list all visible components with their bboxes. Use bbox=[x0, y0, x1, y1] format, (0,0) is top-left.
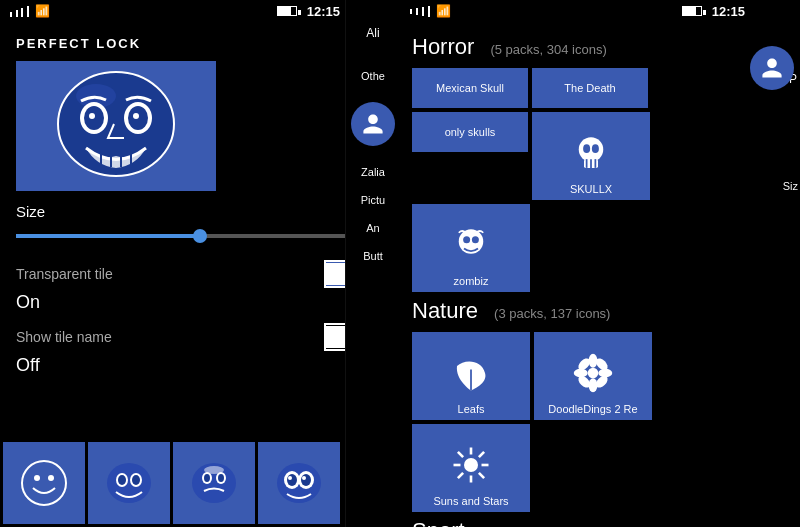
show-tile-name-row: Show tile name bbox=[16, 323, 384, 351]
bottom-tiles-left bbox=[0, 439, 400, 527]
size-slider[interactable] bbox=[16, 226, 356, 246]
transparent-tile-label: Transparent tile bbox=[16, 266, 113, 282]
doodledings-label: DoodleDings 2 Re bbox=[548, 403, 637, 415]
tile-zombiz[interactable]: zombiz bbox=[412, 204, 530, 292]
partial-zalia: Zalia bbox=[346, 166, 400, 178]
tile-the-death[interactable]: The Death bbox=[532, 68, 648, 108]
partial-ali: Ali bbox=[346, 0, 400, 40]
sun-icon bbox=[447, 441, 495, 489]
nature-grid: Leafs DoodleDings 2 R bbox=[412, 332, 750, 512]
zombiz-label: zombiz bbox=[454, 275, 489, 287]
svg-point-31 bbox=[288, 476, 292, 480]
sport-section-header: Sport (4 packs, 240 icons) bbox=[412, 518, 750, 527]
right-panel: 📶 12:15 Horror (5 packs, 304 icons) Mexi… bbox=[400, 0, 800, 527]
svg-point-40 bbox=[459, 229, 484, 254]
tile-smiley[interactable] bbox=[3, 442, 85, 524]
svg-point-41 bbox=[463, 236, 470, 243]
avatar-icon-left bbox=[361, 112, 385, 136]
status-bar-right: 📶 12:15 bbox=[400, 0, 800, 22]
svg-point-23 bbox=[204, 474, 210, 482]
status-bar-left: 📶 12:15 bbox=[0, 0, 400, 22]
svg-point-29 bbox=[287, 474, 297, 486]
partial-other: Othe bbox=[346, 70, 400, 82]
size-section: Size bbox=[16, 203, 384, 246]
avatar-button-right[interactable] bbox=[750, 46, 794, 90]
show-tile-name-section: Show tile name Off bbox=[16, 323, 384, 376]
horror-title: Horror bbox=[412, 34, 474, 59]
transparent-tile-row: Transparent tile bbox=[16, 260, 384, 288]
face3-icon bbox=[189, 458, 239, 508]
tile-meme2[interactable] bbox=[88, 442, 170, 524]
meme-face-svg bbox=[46, 66, 186, 186]
svg-point-24 bbox=[218, 474, 224, 482]
slider-thumb[interactable] bbox=[193, 229, 207, 243]
partial-pictu: Pictu bbox=[346, 194, 400, 206]
svg-point-12 bbox=[22, 461, 66, 505]
nature-title: Nature bbox=[412, 298, 478, 323]
skullx-icon bbox=[567, 129, 615, 177]
signal-wifi-left: 📶 bbox=[10, 4, 50, 18]
tile-doodledings[interactable]: DoodleDings 2 Re bbox=[534, 332, 652, 420]
svg-point-19 bbox=[132, 475, 140, 485]
tile-face3[interactable] bbox=[173, 442, 255, 524]
tile-face4[interactable] bbox=[258, 442, 340, 524]
size-label: Size bbox=[16, 203, 384, 220]
size-label-right: Siz bbox=[770, 180, 800, 192]
svg-line-59 bbox=[479, 452, 484, 457]
nature-section-header: Nature (3 packs, 137 icons) bbox=[412, 298, 750, 324]
horror-subtitle: (5 packs, 304 icons) bbox=[487, 42, 607, 57]
svg-point-6 bbox=[89, 113, 95, 119]
right-status-left: 12:15 bbox=[277, 4, 340, 19]
right-content: Horror (5 packs, 304 icons) Mexican Skul… bbox=[400, 22, 800, 527]
slider-fill bbox=[16, 234, 203, 238]
partial-an: An bbox=[346, 222, 400, 234]
svg-point-30 bbox=[301, 474, 311, 486]
preview-box bbox=[16, 61, 216, 191]
partial-right-overlay: Ali Othe Zalia Pictu An Butt bbox=[345, 0, 400, 527]
tile-only-skulls[interactable]: only skulls bbox=[412, 112, 528, 152]
app-title: PERFECT LOCK bbox=[16, 36, 384, 51]
suns-stars-label: Suns and Stars bbox=[433, 495, 508, 507]
show-tile-name-value: Off bbox=[16, 355, 384, 376]
skullx-label: SKULLX bbox=[570, 183, 612, 195]
svg-point-7 bbox=[133, 113, 139, 119]
svg-point-43 bbox=[588, 368, 599, 379]
right-status-right: 12:15 bbox=[682, 4, 745, 19]
wifi-icon-right: 📶 bbox=[436, 4, 451, 18]
tile-only-skulls-label: only skulls bbox=[445, 126, 496, 138]
horror-section-header: Horror (5 packs, 304 icons) bbox=[412, 34, 750, 60]
avatar-icon-right bbox=[760, 56, 784, 80]
svg-point-32 bbox=[302, 476, 306, 480]
left-content: PERFECT LOCK bbox=[0, 22, 400, 396]
partial-butt: Butt bbox=[346, 250, 400, 262]
svg-point-13 bbox=[34, 475, 40, 481]
time-left: 12:15 bbox=[307, 4, 340, 19]
tile-leafs[interactable]: Leafs bbox=[412, 332, 530, 420]
svg-point-39 bbox=[592, 144, 599, 153]
svg-line-57 bbox=[458, 452, 463, 457]
meme2-icon bbox=[104, 458, 154, 508]
svg-point-33 bbox=[579, 137, 604, 162]
tile-mexican-skull-label: Mexican Skull bbox=[436, 82, 504, 94]
tile-mexican-skull[interactable]: Mexican Skull bbox=[412, 68, 528, 108]
leaf-icon bbox=[447, 349, 495, 397]
tile-skullx[interactable]: SKULLX bbox=[532, 112, 650, 200]
zombiz-icon bbox=[447, 221, 495, 269]
time-right: 12:15 bbox=[712, 4, 745, 19]
horror-grid: Mexican Skull The Death only skulls bbox=[412, 68, 750, 292]
transparent-tile-value: On bbox=[16, 292, 384, 313]
show-tile-name-label: Show tile name bbox=[16, 329, 112, 345]
svg-point-14 bbox=[48, 475, 54, 481]
svg-point-52 bbox=[464, 458, 478, 472]
tile-suns-stars[interactable]: Suns and Stars bbox=[412, 424, 530, 512]
flower-icon bbox=[569, 349, 617, 397]
smiley-icon bbox=[19, 458, 69, 508]
partial-avatar-tile bbox=[346, 102, 400, 146]
signal-icon-left bbox=[10, 6, 32, 17]
svg-line-60 bbox=[458, 473, 463, 478]
signal-wifi-right: 📶 bbox=[410, 4, 451, 18]
svg-point-42 bbox=[472, 236, 479, 243]
svg-point-18 bbox=[118, 475, 126, 485]
tile-the-death-label: The Death bbox=[564, 82, 615, 94]
svg-point-25 bbox=[204, 466, 224, 474]
